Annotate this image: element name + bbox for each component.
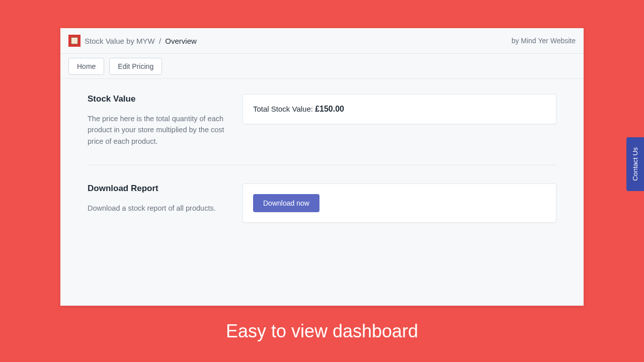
download-report-section: Download Report Download a stock report … <box>88 165 556 241</box>
header-left: Stock Value by MYW / Overview <box>68 35 197 47</box>
contact-us-label: Contact Us <box>631 147 639 181</box>
app-icon <box>68 35 80 47</box>
stock-value-title: Stock Value <box>88 94 228 104</box>
clipboard-icon <box>71 37 78 44</box>
section-right: Download now <box>243 184 556 223</box>
stock-value-description: The price here is the total quantity of … <box>88 113 228 147</box>
app-window: Stock Value by MYW / Overview by Mind Ye… <box>60 28 584 306</box>
stock-value-card: Total Stock Value: £150.00 <box>243 94 556 124</box>
section-right: Total Stock Value: £150.00 <box>243 94 556 147</box>
header: Stock Value by MYW / Overview by Mind Ye… <box>60 28 584 54</box>
section-left: Download Report Download a stock report … <box>88 184 228 223</box>
breadcrumb: Stock Value by MYW / Overview <box>85 37 197 45</box>
breadcrumb-current: Overview <box>165 37 197 45</box>
download-now-button[interactable]: Download now <box>253 194 319 212</box>
download-report-description: Download a stock report of all products. <box>88 203 228 214</box>
content-area: Stock Value The price here is the total … <box>60 79 584 256</box>
stock-value-label: Total Stock Value: <box>253 105 315 113</box>
download-report-card: Download now <box>243 184 556 223</box>
edit-pricing-button[interactable]: Edit Pricing <box>109 58 162 75</box>
marketing-caption: Easy to view dashboard <box>0 321 644 342</box>
breadcrumb-separator: / <box>159 37 161 45</box>
breadcrumb-app[interactable]: Stock Value by MYW <box>85 37 155 45</box>
attribution-link[interactable]: by Mind Yer Website <box>512 37 576 45</box>
contact-us-tab[interactable]: Contact Us <box>626 137 644 191</box>
section-left: Stock Value The price here is the total … <box>88 94 228 147</box>
toolbar: Home Edit Pricing <box>60 54 584 79</box>
download-report-title: Download Report <box>88 184 228 194</box>
home-button[interactable]: Home <box>68 58 104 75</box>
stock-value-amount: £150.00 <box>315 105 344 113</box>
stock-value-section: Stock Value The price here is the total … <box>88 94 556 165</box>
